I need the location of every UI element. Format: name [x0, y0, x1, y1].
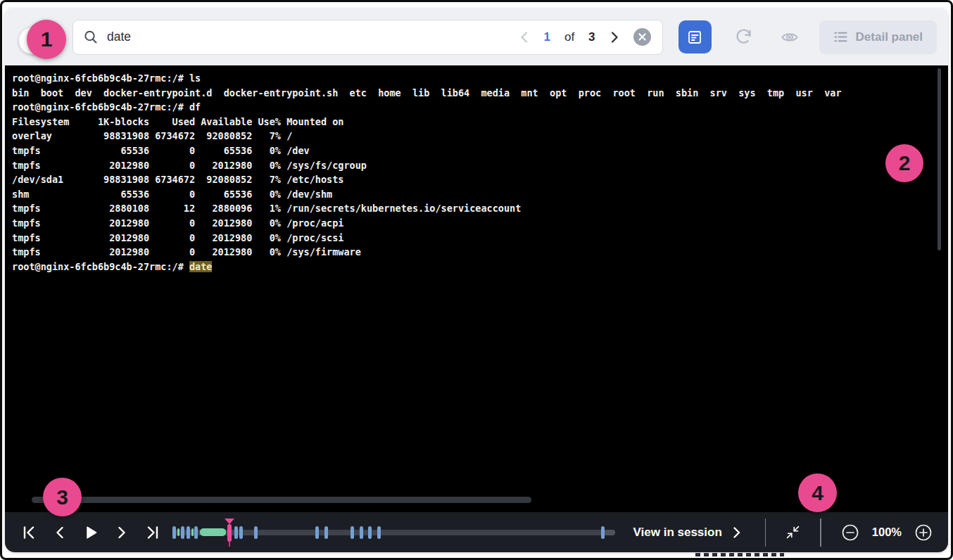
timeline-event-marker[interactable]	[194, 526, 198, 539]
transcript-panel-button[interactable]	[679, 20, 712, 53]
timeline-event-marker[interactable]	[239, 526, 243, 539]
timeline-activity-segment	[200, 528, 226, 536]
search-value: date	[107, 30, 519, 44]
timeline-scrubber[interactable]	[174, 518, 615, 547]
callout-3: 3	[43, 478, 82, 516]
callout-1: 1	[27, 20, 66, 59]
match-navigation: 1 of 3	[519, 28, 650, 46]
match-separator: of	[564, 30, 574, 44]
player-toolbar: date 1 of 3	[5, 8, 948, 65]
replay-restart-button[interactable]	[734, 27, 753, 46]
playhead-stem	[229, 542, 230, 547]
refresh-icon	[734, 27, 753, 46]
timeline-event-marker[interactable]	[172, 526, 176, 539]
session-player-window: date 1 of 3	[5, 8, 948, 552]
view-in-session-button[interactable]: View in session	[629, 525, 745, 540]
divider	[820, 518, 821, 547]
search-input[interactable]: date 1 of 3	[72, 20, 663, 55]
callout-number: 1	[41, 27, 53, 51]
collapse-icon	[785, 525, 800, 540]
timeline-green-marker[interactable]	[177, 528, 180, 536]
timeline-event-marker[interactable]	[254, 526, 258, 539]
zoom-in-button[interactable]	[914, 523, 933, 542]
clipped-background-text	[695, 553, 784, 556]
timeline-event-marker[interactable]	[360, 526, 363, 539]
next-match-button[interactable]	[610, 31, 619, 44]
callout-number: 4	[812, 481, 823, 505]
detail-panel-label: Detail panel	[856, 30, 923, 44]
terminal-prompt-line: root@nginx-6fcb6b9c4b-27rmc:/# date	[12, 260, 948, 274]
view-in-session-label: View in session	[633, 526, 722, 540]
playback-bar: View in session	[5, 512, 948, 552]
play-button[interactable]	[82, 524, 99, 541]
playhead-flag-icon	[225, 518, 234, 524]
timeline-event-marker[interactable]	[377, 526, 381, 539]
search-match-highlight: date	[189, 261, 213, 272]
watch-mode-button[interactable]	[780, 27, 800, 47]
eye-icon	[780, 27, 800, 47]
timeline-event-marker[interactable]	[234, 526, 238, 539]
callout-number: 3	[56, 485, 68, 509]
timeline-event-marker[interactable]	[187, 526, 190, 539]
timeline-event-marker[interactable]	[368, 526, 372, 539]
timeline-event-marker[interactable]	[324, 526, 328, 539]
skip-to-end-button[interactable]	[144, 524, 161, 541]
callout-number: 2	[899, 151, 911, 175]
horizontal-scrollbar[interactable]	[32, 497, 531, 503]
terminal-output: root@nginx-6fcb6b9c4b-27rmc:/# ls bin bo…	[5, 65, 948, 512]
playback-controls	[20, 524, 161, 541]
chevron-right-icon	[732, 526, 741, 539]
timeline-event-marker[interactable]	[351, 526, 354, 539]
shell-prompt: root@nginx-6fcb6b9c4b-27rmc:/#	[12, 261, 189, 272]
previous-event-button[interactable]	[51, 524, 68, 541]
playhead-bar	[227, 524, 232, 542]
vertical-scrollbar[interactable]	[938, 68, 941, 250]
next-event-button[interactable]	[113, 524, 130, 541]
detail-panel-button[interactable]: Detail panel	[819, 20, 937, 54]
divider	[765, 518, 766, 547]
transcript-icon	[686, 29, 703, 46]
terminal-scrollback: root@nginx-6fcb6b9c4b-27rmc:/# ls bin bo…	[12, 71, 948, 260]
callout-4: 4	[798, 473, 837, 512]
match-total: 3	[588, 30, 595, 44]
callout-2: 2	[885, 144, 923, 182]
zoom-out-button[interactable]	[841, 523, 859, 542]
match-position: 1	[543, 30, 550, 44]
detail-list-icon	[833, 30, 848, 44]
timeline-track-end	[604, 530, 615, 535]
timeline-green-marker[interactable]	[191, 528, 194, 536]
collapse-player-button[interactable]	[785, 525, 800, 540]
search-icon	[83, 30, 99, 45]
clear-search-button[interactable]	[633, 28, 651, 46]
timeline-event-marker[interactable]	[315, 526, 319, 539]
zoom-level: 100%	[872, 526, 902, 539]
timeline-event-marker[interactable]	[601, 526, 605, 539]
zoom-controls: 100%	[841, 523, 933, 542]
skip-to-start-button[interactable]	[20, 524, 37, 541]
timeline-event-marker[interactable]	[181, 526, 184, 539]
previous-match-button[interactable]	[519, 31, 529, 44]
